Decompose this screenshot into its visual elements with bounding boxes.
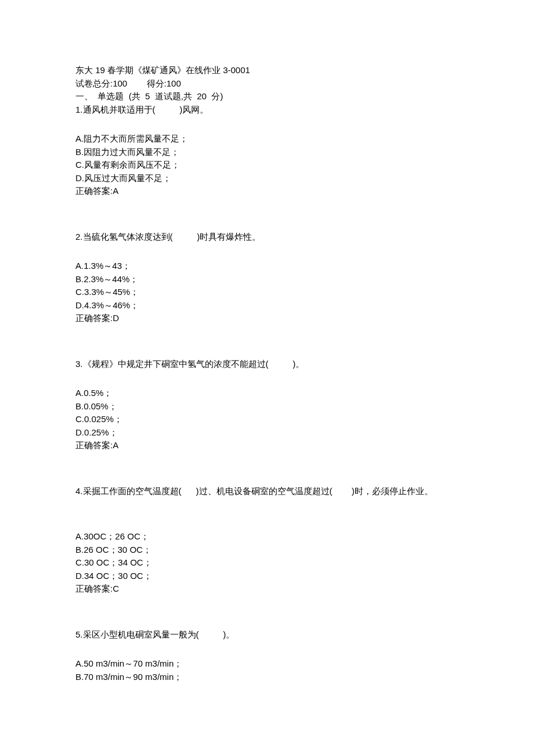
question-option: A.1.3%～43；	[75, 260, 459, 273]
question-prompt: 5.采区小型机电硐室风量一般为( )。	[75, 628, 459, 642]
question-option: D.4.3%～46%；	[75, 299, 459, 312]
question-option: B.0.05%；	[75, 400, 459, 413]
document-title: 东大 19 春学期《煤矿通风》在线作业 3-0001	[75, 64, 459, 77]
question-answer: 正确答案:C	[75, 582, 459, 596]
score-line: 试卷总分:100 得分:100	[75, 77, 459, 91]
question-prompt: 3.《规程》中规定井下硐室中氢气的浓度不能超过( )。	[75, 358, 459, 371]
question-option: A.50 m3/min～70 m3/min；	[75, 657, 459, 671]
question-option: C.风量有剩余而风压不足；	[75, 159, 459, 172]
question-option: C.0.025%；	[75, 413, 459, 426]
question-option: B.因阻力过大而风量不足；	[75, 146, 459, 159]
question-prompt: 4.采掘工作面的空气温度超( )过、机电设备硐室的空气温度超过( )时，必须停止…	[75, 485, 459, 498]
question-option: A.阻力不大而所需风量不足；	[75, 132, 459, 146]
question-prompt: 1.通风机并联适用于( )风网。	[75, 103, 459, 117]
question-option: B.2.3%～44%；	[75, 273, 459, 286]
question-option: D.34 OC；30 OC；	[75, 570, 459, 583]
question-option: D.0.25%；	[75, 426, 459, 440]
question-answer: 正确答案:A	[75, 439, 459, 452]
question-option: B.70 m3/min～90 m3/min；	[75, 671, 459, 684]
question-option: A.30OC；26 OC；	[75, 530, 459, 543]
question-prompt: 2.当硫化氢气体浓度达到( )时具有爆炸性。	[75, 231, 459, 244]
question-option: C.3.3%～45%；	[75, 286, 459, 299]
question-option: B.26 OC；30 OC；	[75, 543, 459, 557]
question-option: D.风压过大而风量不足；	[75, 172, 459, 185]
section-heading: 一、 单选题 (共 5 道试题,共 20 分)	[75, 90, 459, 103]
question-answer: 正确答案:D	[75, 312, 459, 325]
question-option: A.0.5%；	[75, 387, 459, 400]
question-option: C.30 OC；34 OC；	[75, 556, 459, 570]
question-answer: 正确答案:A	[75, 185, 459, 198]
